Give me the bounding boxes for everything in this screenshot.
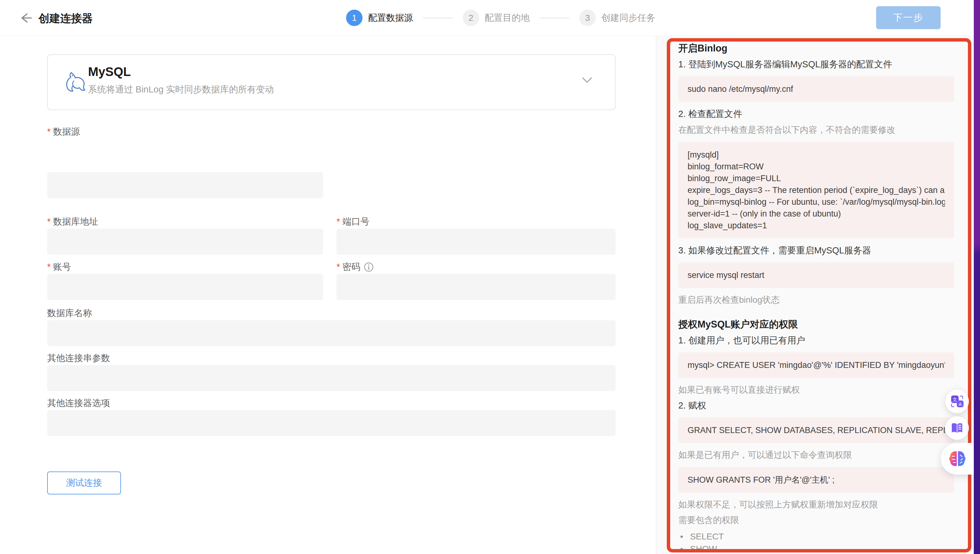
conn-params-input[interactable]: [47, 365, 616, 391]
help-step: 2. 赋权: [678, 400, 974, 411]
code-line: [mysqld]: [687, 149, 945, 161]
dictionary-extension-button[interactable]: [945, 416, 969, 440]
db-address-label: 数据库地址: [47, 216, 98, 228]
step-number: 3: [579, 10, 596, 26]
step-connector: [423, 18, 453, 18]
code-line: binlog_format=ROW: [687, 161, 945, 172]
back-arrow-icon: [19, 11, 33, 25]
code-line: sudo nano /etc/mysql/my.cnf: [687, 83, 945, 95]
dbname-input[interactable]: [47, 320, 616, 346]
back-button[interactable]: [18, 11, 34, 25]
permission-list: SELECTSHOWDATABASES: [678, 530, 974, 554]
help-note: 如果是已有用户，可以通过以下命令查询权限: [678, 450, 974, 460]
code-line: log_slave_updates=1: [687, 220, 945, 231]
permission-item: SHOW: [678, 543, 974, 554]
help-note: 如果已有账号可以直接进行赋权: [678, 385, 974, 395]
help-note: 重启后再次检查binlog状态: [678, 295, 974, 305]
mysql-dolphin-icon: [63, 70, 88, 95]
step-number: 2: [463, 10, 479, 26]
step-label: 创建同步任务: [601, 12, 655, 24]
connector-options-input[interactable]: [47, 410, 616, 436]
port-label: 端口号: [336, 216, 369, 228]
translate-extension-button[interactable]: 文 A: [945, 390, 969, 413]
account-input[interactable]: [47, 274, 323, 300]
code-line: expire_logs_days=3 -- The retention peri…: [687, 184, 945, 196]
code-block: GRANT SELECT, SHOW DATABASES, REPLICATIO…: [678, 417, 954, 443]
test-connection-button[interactable]: 测试连接: [47, 471, 121, 494]
port-input[interactable]: [336, 229, 616, 255]
help-step: 2. 检查配置文件: [678, 108, 974, 119]
help-step: 3. 如果修改过配置文件，需要重启MySQL服务器: [678, 245, 974, 256]
code-block: sudo nano /etc/mysql/my.cnf: [678, 76, 954, 102]
help-panel: 开启Binlog1. 登陆到MySQL服务器编辑MySQL服务器的配置文件sud…: [656, 36, 974, 554]
datasource-name-input[interactable]: [47, 172, 323, 198]
ai-extension-button[interactable]: [941, 443, 974, 474]
app-header: 创建连接器 1 配置数据源 2 配置目的地 3 创建同步任务 下一步: [0, 0, 974, 36]
source-title: MySQL: [88, 65, 131, 79]
brain-icon: [948, 450, 967, 468]
code-line: log_bin=mysql-binlog -- For ubuntu, use:…: [687, 196, 945, 208]
page-title: 创建连接器: [38, 11, 93, 26]
step-configure-destination[interactable]: 2 配置目的地: [463, 10, 530, 26]
help-note: 需要包含的权限: [678, 515, 974, 525]
help-step: 1. 登陆到MySQL服务器编辑MySQL服务器的配置文件: [678, 59, 974, 70]
step-connector: [539, 18, 570, 18]
connector-form: MySQL 系统将通过 BinLog 实时同步数据库的所有变动 数据源 新建 选…: [0, 36, 656, 554]
help-heading: 开启Binlog: [678, 43, 974, 54]
connector-options-label: 其他连接器选项: [47, 397, 110, 409]
code-line: service mysql restart: [687, 269, 945, 281]
svg-text:文: 文: [953, 397, 957, 402]
dbname-label: 数据库名称: [47, 307, 92, 320]
db-address-input[interactable]: [47, 229, 323, 255]
help-note: 如果权限不足，可以按照上方赋权重新增加对应权限: [678, 500, 974, 510]
help-note: 在配置文件中检查是否符合以下内容，不符合的需要修改: [678, 125, 974, 135]
permission-item: SELECT: [678, 530, 974, 543]
step-label: 配置目的地: [485, 12, 530, 24]
stepper: 1 配置数据源 2 配置目的地 3 创建同步任务: [346, 0, 655, 36]
code-line: server-id=1 -- (only in the case of ubun…: [687, 208, 945, 220]
code-block: service mysql restart: [678, 263, 954, 288]
datasource-label: 数据源: [47, 126, 80, 138]
desktop-wallpaper-edge: [974, 0, 980, 554]
chevron-down-icon[interactable]: [581, 76, 593, 84]
code-line: binlog_row_image=FULL: [687, 172, 945, 184]
code-block: SHOW GRANTS FOR '用户名'@'主机' ;: [678, 467, 954, 493]
conn-params-label: 其他连接串参数: [47, 352, 110, 365]
step-create-sync-task[interactable]: 3 创建同步任务: [579, 10, 655, 26]
book-icon: [950, 421, 964, 435]
code-line: GRANT SELECT, SHOW DATABASES, REPLICATIO…: [687, 424, 945, 436]
help-step: 1. 创建用户，也可以用已有用户: [678, 335, 974, 345]
account-label: 账号: [47, 261, 71, 273]
source-subtitle: 系统将通过 BinLog 实时同步数据库的所有变动: [88, 83, 274, 96]
info-icon[interactable]: [363, 262, 374, 272]
code-line: SHOW GRANTS FOR '用户名'@'主机' ;: [687, 474, 945, 486]
step-configure-datasource[interactable]: 1 配置数据源: [346, 10, 413, 26]
translate-icon: 文 A: [950, 394, 964, 409]
code-line: mysql> CREATE USER 'mingdao'@'%' IDENTIF…: [687, 359, 945, 371]
step-number: 1: [346, 10, 363, 26]
help-heading: 授权MySQL账户对应的权限: [678, 319, 974, 330]
screen: 创建连接器 1 配置数据源 2 配置目的地 3 创建同步任务 下一步: [0, 0, 980, 554]
step-label: 配置数据源: [368, 12, 413, 24]
password-label: 密码: [336, 261, 360, 273]
code-block: [mysqld]binlog_format=ROWbinlog_row_imag…: [678, 142, 954, 238]
mysql-source-card[interactable]: MySQL 系统将通过 BinLog 实时同步数据库的所有变动: [47, 54, 616, 110]
help-content: 开启Binlog1. 登陆到MySQL服务器编辑MySQL服务器的配置文件sud…: [678, 43, 974, 554]
next-step-button[interactable]: 下一步: [876, 6, 940, 29]
svg-text:A: A: [959, 401, 962, 407]
password-input[interactable]: [336, 274, 616, 300]
code-block: mysql> CREATE USER 'mingdao'@'%' IDENTIF…: [678, 352, 954, 378]
